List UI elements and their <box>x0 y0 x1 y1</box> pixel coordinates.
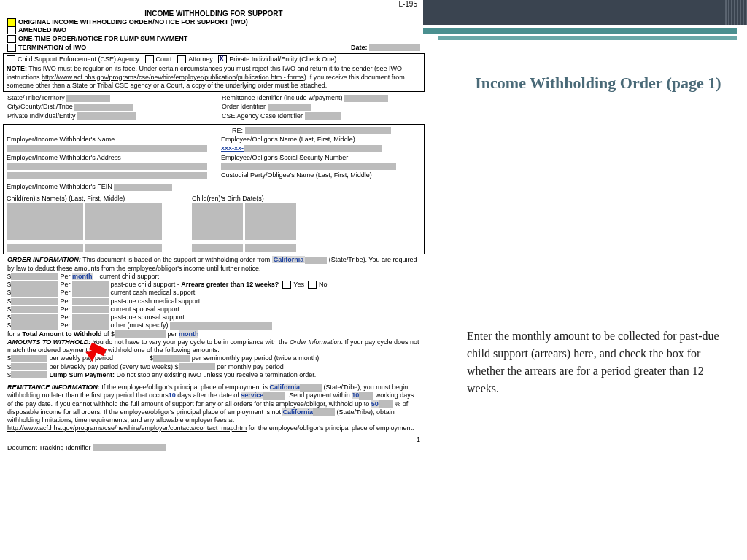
lbl-order-id: Order Identifier <box>222 103 266 110</box>
field-amt-3[interactable] <box>11 289 58 297</box>
field-remit-id[interactable] <box>344 95 388 102</box>
field-per-2[interactable] <box>72 281 109 289</box>
field-child-name-2[interactable] <box>85 203 162 240</box>
rem-10a: 10 <box>169 392 176 399</box>
rem-link[interactable]: http://www.acf.hhs.gov/programs/cse/newh… <box>7 424 247 432</box>
amt-b: per semimonthly pay period (twice a mont… <box>192 354 320 362</box>
field-track[interactable] <box>93 444 166 451</box>
field-child-name-1[interactable] <box>7 203 83 240</box>
note-link[interactable]: http://www.acf.hhs.gov/programs/cse/newh… <box>42 74 304 81</box>
checkbox-onetime[interactable] <box>7 35 16 43</box>
month-tot: month <box>179 330 199 338</box>
ord-total: Total Amount to Withhold <box>23 330 102 338</box>
checkbox-arr-yes[interactable] <box>282 281 291 289</box>
lbl-cse-case: CSE Agency Case Identifier <box>222 112 303 120</box>
field-amt-1[interactable] <box>11 273 58 280</box>
field-amt-5[interactable] <box>11 306 58 313</box>
field-per-5[interactable] <box>72 306 109 313</box>
rem-t2: days after the date of <box>176 392 241 399</box>
field-fein[interactable] <box>114 184 172 191</box>
order-heading: ORDER INFORMATION: <box>7 256 81 263</box>
field-city[interactable] <box>74 104 133 111</box>
lbl-state-tribe: State/Tribe/Territory <box>7 94 65 101</box>
label-cse: Child Support Enforcement (CSE) Agency <box>18 55 139 63</box>
field-total[interactable] <box>115 330 166 338</box>
checkbox-termination[interactable] <box>7 44 16 52</box>
checkbox-court[interactable] <box>145 55 154 63</box>
field-re[interactable] <box>245 127 391 134</box>
field-child-dob-1[interactable] <box>192 203 243 240</box>
amt-t: You do not have to vary your pay cycle t… <box>90 338 290 346</box>
label-private: Private Individual/Entity (Check One) <box>229 55 336 63</box>
ord-for: for a <box>7 330 23 338</box>
field-extra-1[interactable] <box>7 244 83 252</box>
lbl-fein: Employer/Income Withholder's FEIN <box>7 183 112 190</box>
field-rem-st[interactable] <box>300 384 322 392</box>
field-emp-addr2[interactable] <box>7 172 207 179</box>
field-lump[interactable] <box>11 371 47 378</box>
slide-text: Income Withholding Order (page 1) Enter … <box>467 73 729 409</box>
field-extra-2[interactable] <box>85 244 162 252</box>
field-svc[interactable] <box>263 392 285 400</box>
field-per-3[interactable] <box>72 289 109 297</box>
field-order-state[interactable] <box>305 257 327 264</box>
ord-l6: past-due spousal support <box>111 314 185 321</box>
rem-t1: If the employee/obligor's principal plac… <box>100 384 270 391</box>
checkbox-cse[interactable] <box>7 55 15 63</box>
field-ssn-prefix: xxx-xx- <box>221 144 244 152</box>
ord-l4: past-due cash medical support <box>111 298 201 305</box>
checkbox-amended[interactable] <box>7 26 16 34</box>
field-state-tribe[interactable] <box>66 95 110 102</box>
field-emp-addr[interactable] <box>7 163 207 170</box>
field-order-id[interactable] <box>268 104 311 111</box>
checkbox-original[interactable] <box>7 18 16 26</box>
field-extra-4[interactable] <box>245 244 296 252</box>
field-per-4[interactable] <box>72 298 109 305</box>
field-days[interactable] <box>359 392 374 400</box>
form-code: FL-195 <box>3 0 425 9</box>
lbl-obligor-ssn: Employee/Obligor's Social Security Numbe… <box>221 154 348 161</box>
lbl-private-ent: Private Individual/Entity <box>7 112 76 120</box>
lbl-child-names: Child(ren)'s Name(s) (Last, First, Middl… <box>7 195 125 202</box>
field-child-dob-2[interactable] <box>245 203 296 240</box>
page-number: 1 <box>7 436 420 444</box>
form-document: FL-195 INCOME WITHHOLDING FOR SUPPORT OR… <box>3 0 425 454</box>
rem-cal2: California <box>282 408 313 416</box>
field-pct[interactable] <box>379 400 393 408</box>
field-emp-name[interactable] <box>7 145 207 152</box>
field-amt-4[interactable] <box>11 298 58 305</box>
field-weekly[interactable] <box>11 355 47 362</box>
date-field[interactable] <box>369 44 420 51</box>
field-amt-7[interactable] <box>11 322 58 330</box>
order-state: California <box>272 256 306 263</box>
opt-termination: TERMINATION of IWO <box>18 44 86 51</box>
field-per-6[interactable] <box>72 314 109 322</box>
field-amt-2[interactable] <box>11 281 58 289</box>
lbl-emp-addr: Employer/Income Withholder's Address <box>7 154 121 161</box>
field-per-7[interactable] <box>72 322 109 330</box>
field-private-ent[interactable] <box>77 112 136 120</box>
field-monthly[interactable] <box>179 363 215 370</box>
field-cse-case[interactable] <box>305 112 341 120</box>
field-other[interactable] <box>170 322 272 330</box>
field-ssn[interactable] <box>244 145 382 152</box>
checkbox-arr-no[interactable] <box>308 281 317 289</box>
field-custodial[interactable] <box>221 163 396 170</box>
field-extra-3[interactable] <box>192 244 243 252</box>
lbl-emp-name: Employer/Income Withholder's Name <box>7 136 115 143</box>
checkbox-private[interactable] <box>218 55 227 63</box>
lump-label: Lump Sum Payment: <box>50 371 115 378</box>
lbl-yes: Yes <box>293 281 304 288</box>
rem-t7: for the employee/obligor's principal pla… <box>247 424 414 432</box>
field-amt-6[interactable] <box>11 314 58 322</box>
per4: Per <box>61 298 71 305</box>
lbl-re: RE: <box>232 127 243 134</box>
checkbox-attorney[interactable] <box>177 55 186 63</box>
lbl-no: No <box>319 281 328 288</box>
slide-body: Enter the monthly amount to be collected… <box>467 327 729 397</box>
field-semi[interactable] <box>153 355 190 362</box>
slide-title: Income Withholding Order (page 1) <box>467 73 729 94</box>
decor-stripes <box>725 0 747 25</box>
field-st2[interactable] <box>313 408 335 416</box>
field-biweekly[interactable] <box>11 363 47 370</box>
